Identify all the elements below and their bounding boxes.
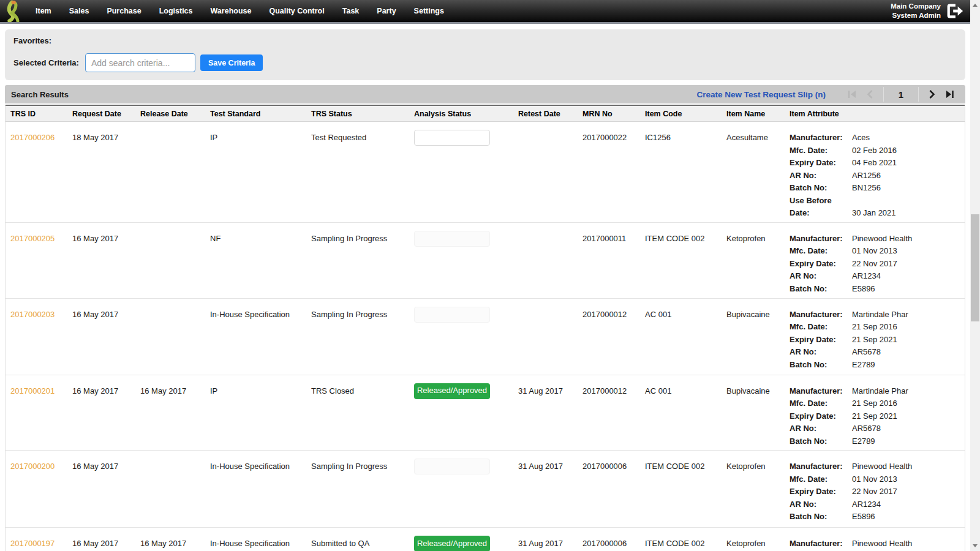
trs-status-cell: Sampling In Progress	[311, 309, 414, 321]
trs-id-link[interactable]: 2017000206	[10, 132, 72, 144]
scroll-down-button[interactable]	[970, 541, 980, 551]
attribute-label: AR No:	[790, 498, 851, 511]
nav-item-item[interactable]: Item	[36, 7, 51, 15]
table-header: TRS IDRequest DateRelease DateTest Stand…	[6, 105, 965, 122]
attribute-value: 21 Sep 2021	[852, 410, 960, 423]
item-name-cell: Acesultame	[726, 132, 790, 144]
analysis-status-badge: Released/Approved	[414, 536, 490, 551]
column-header: Item Code	[645, 110, 726, 118]
next-page-button[interactable]	[922, 88, 941, 101]
nav-item-settings[interactable]: Settings	[414, 7, 444, 15]
attribute-label: AR No:	[790, 422, 851, 435]
attribute-value: 21 Sep 2016	[852, 397, 960, 410]
request-date-cell: 16 May 2017	[72, 460, 140, 473]
vertical-scrollbar[interactable]	[970, 0, 980, 551]
attribute-label: Mfc. Date:	[790, 397, 851, 410]
nav-item-purchase[interactable]: Purchase	[107, 7, 141, 15]
create-new-trs-link[interactable]: Create New Test Request Slip (n)	[696, 90, 826, 99]
attribute-value: 22 Nov 2017	[852, 485, 960, 498]
app-window: ItemSalesPurchaseLogisticsWarehouseQuali…	[0, 0, 980, 551]
arrow-down-icon	[973, 544, 978, 547]
next-page-icon	[926, 89, 937, 100]
attribute-label: AR No:	[790, 346, 851, 359]
attribute-value: E5896	[852, 511, 960, 523]
first-page-button[interactable]	[843, 88, 861, 101]
nav-item-task[interactable]: Task	[342, 7, 360, 15]
table-row: 201700020316 May 2017In-House Specificat…	[6, 299, 965, 375]
trs-id-link[interactable]: 2017000197	[10, 538, 72, 550]
column-header: Item Attribute	[790, 110, 960, 118]
item-code-cell: ITEM CODE 002	[645, 460, 726, 473]
retest-date-cell: 31 Aug 2017	[518, 460, 582, 473]
column-header: Test Standard	[210, 110, 311, 118]
attribute-label: Mfc. Date:	[790, 321, 851, 334]
pagination: 1	[843, 87, 959, 102]
trs-id-link[interactable]: 2017000200	[10, 460, 72, 473]
item-code-cell: AC 001	[645, 385, 726, 398]
test-standard-cell: In-House Specification	[210, 460, 311, 473]
pager-divider	[883, 87, 884, 102]
scroll-up-button[interactable]	[970, 0, 980, 10]
attribute-value: AR5678	[852, 346, 960, 359]
attribute-value: 04 Feb 2021	[852, 157, 960, 170]
attribute-value: 30 Jan 2021	[852, 207, 960, 220]
item-attribute-cell: Manufacturer:Pinewood HealthMfc. Date:01…	[790, 538, 960, 551]
search-criteria-input[interactable]	[85, 53, 195, 72]
request-date-cell: 16 May 2017	[72, 385, 140, 398]
last-page-button[interactable]	[941, 88, 959, 101]
attribute-value: Martindale Phar	[852, 309, 960, 321]
logout-icon[interactable]	[946, 2, 964, 20]
save-criteria-button[interactable]: Save Criteria	[200, 54, 263, 71]
attribute-label: Expiry Date:	[790, 334, 851, 347]
attribute-label: Manufacturer:	[790, 309, 851, 321]
nav-item-party[interactable]: Party	[377, 7, 396, 15]
favorites-panel: Favorites: Selected Criteria: Save Crite…	[5, 29, 965, 80]
previous-page-button[interactable]	[861, 88, 880, 101]
attribute-value: 22 Nov 2017	[852, 258, 960, 271]
item-name-cell: Bupivacaine	[726, 385, 790, 398]
results-title: Search Results	[11, 90, 69, 99]
test-standard-cell: In-House Specification	[210, 538, 311, 550]
analysis-status-cell	[414, 309, 518, 323]
nav-item-sales[interactable]: Sales	[69, 7, 89, 15]
trs-status-cell: Sampling In Progress	[311, 233, 414, 246]
attribute-label: Expiry Date:	[790, 485, 851, 498]
nav-item-quality-control[interactable]: Quality Control	[269, 7, 324, 15]
analysis-status-badge	[414, 459, 490, 474]
analysis-status-cell: Released/Approved	[414, 385, 518, 399]
item-name-cell: Ketoprofen	[726, 460, 790, 473]
trs-status-cell: Sampling In Progress	[311, 460, 414, 473]
item-attribute-cell: Manufacturer:Martindale PharMfc. Date:21…	[790, 309, 960, 372]
request-date-cell: 18 May 2017	[72, 132, 140, 144]
current-page-number: 1	[888, 89, 914, 100]
trs-id-link[interactable]: 2017000203	[10, 309, 72, 321]
attribute-value: 21 Sep 2016	[852, 321, 960, 334]
trs-id-link[interactable]: 2017000201	[10, 385, 72, 398]
analysis-status-cell	[414, 460, 518, 474]
nav-menu: ItemSalesPurchaseLogisticsWarehouseQuali…	[36, 7, 444, 15]
item-name-cell: Bupivacaine	[726, 309, 790, 321]
item-attribute-cell: Manufacturer:Pinewood HealthMfc. Date:01…	[790, 460, 960, 523]
nav-right: Main Company System Admin	[891, 2, 970, 20]
trs-status-cell: Test Requested	[311, 132, 414, 144]
last-page-icon	[944, 89, 956, 100]
attribute-value: E2789	[852, 359, 960, 372]
main-content: Favorites: Selected Criteria: Save Crite…	[0, 26, 970, 551]
analysis-status-badge	[414, 231, 490, 247]
attribute-label: AR No:	[790, 170, 851, 182]
item-code-cell: IC1256	[645, 132, 726, 144]
table-row: 201700020618 May 2017IPTest Requested201…	[6, 122, 965, 223]
attribute-label: Manufacturer:	[790, 233, 851, 246]
scrollbar-thumb[interactable]	[971, 214, 979, 321]
release-date-cell: 16 May 2017	[140, 538, 210, 550]
test-standard-cell: NF	[210, 233, 311, 246]
results-table: TRS IDRequest DateRelease DateTest Stand…	[5, 105, 965, 551]
trs-id-link[interactable]: 2017000205	[10, 233, 72, 246]
nav-item-logistics[interactable]: Logistics	[159, 7, 193, 15]
attribute-value: E5896	[852, 283, 960, 296]
column-header: Analysis Status	[414, 110, 518, 118]
analysis-status-badge	[414, 307, 490, 323]
nav-item-warehouse[interactable]: Warehouse	[211, 7, 252, 15]
app-logo[interactable]	[0, 0, 28, 23]
attribute-label: Mfc. Date:	[790, 245, 851, 258]
